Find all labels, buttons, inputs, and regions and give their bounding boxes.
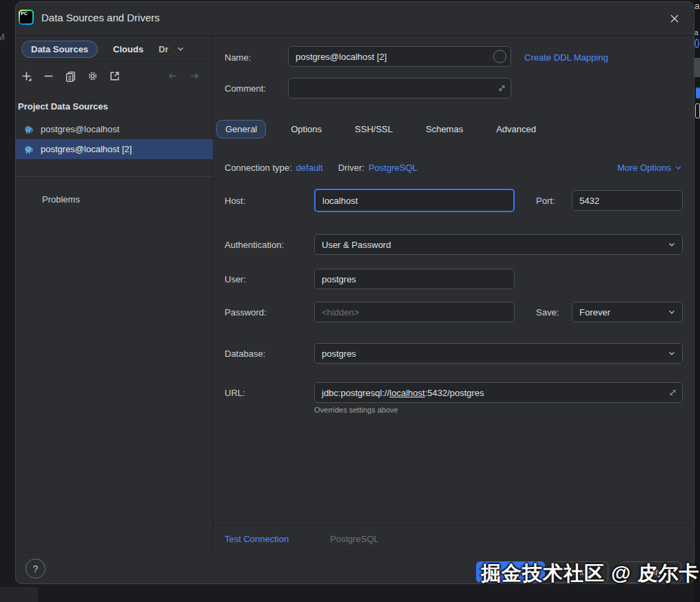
driver-value-link[interactable]: PostgreSQL [369,163,418,173]
forward-arrow-icon[interactable] [188,70,200,82]
dialog-title: Data Sources and Drivers [41,12,160,23]
password-input[interactable] [314,302,515,322]
background-bottom-block [0,587,38,602]
tab-ssh-ssl[interactable]: SSH/SSL [347,121,401,138]
url-prefix: jdbc:postgresql:// [322,388,389,398]
name-input[interactable] [288,46,511,67]
connection-form: Name: Create DDL Mapping Comment: Genera… [213,35,694,552]
pycharm-logo-icon: PC [19,10,34,25]
background-light-chip [695,103,700,118]
comment-field [288,78,511,98]
dialog-titlebar[interactable]: PC Data Sources and Drivers [16,2,694,36]
create-ddl-mapping-link[interactable]: Create DDL Mapping [524,52,608,63]
url-row: URL: jdbc:postgresql://localhost:5432/po… [213,382,694,403]
tab-advanced[interactable]: Advanced [488,121,544,138]
background-gray-band [694,58,700,77]
url-field[interactable]: jdbc:postgresql://localhost:5432/postgre… [314,382,683,403]
chevron-down-icon [667,349,677,358]
driver-label: Driver: [338,163,364,173]
database-row: Database: postgres [213,343,694,364]
add-icon[interactable] [20,70,32,82]
background-clipped-text: M [0,32,5,42]
authentication-select[interactable]: User & Password [314,234,683,255]
watermark-text: 掘金技术社区 @ 皮尔卡Q [481,560,700,588]
background-right-sliver: a a [694,0,700,602]
tab-data-sources[interactable]: Data Sources [21,41,98,58]
authentication-row: Authentication: User & Password [213,234,694,255]
url-host-link[interactable]: localhost [389,388,424,398]
open-in-new-window-icon[interactable] [108,70,121,82]
connection-type-value-link[interactable]: default [296,163,323,173]
left-tab-strip: Data Sources Clouds Dr [21,39,187,59]
name-row: Name: Create DDL Mapping [213,46,694,68]
tab-drivers-truncated[interactable]: Dr [158,44,168,54]
save-value: Forever [579,307,610,318]
chevron-down-icon [667,307,677,317]
authentication-value: User & Password [322,240,391,250]
chevron-down-icon[interactable] [174,43,187,55]
user-input[interactable] [314,269,515,289]
port-input[interactable] [572,190,683,211]
test-connection-strip: Test Connection PostgreSQL [213,525,694,552]
help-icon[interactable]: ? [25,559,45,579]
postgresql-elephant-icon [23,143,35,156]
tree-toolbar [20,66,121,85]
postgresql-elephant-icon [23,123,35,136]
connection-type-row: Connection type: default Driver: Postgre… [225,160,418,174]
tab-general[interactable]: General [216,120,266,138]
authentication-label: Authentication: [225,240,284,250]
expand-icon[interactable] [497,84,506,93]
tab-options[interactable]: Options [282,121,330,138]
name-label: Name: [225,52,251,63]
problems-item[interactable]: Problems [16,189,213,209]
url-suffix: :5432/postgres [425,388,484,398]
port-label: Port: [536,196,555,206]
connection-type-label: Connection type: [225,163,292,173]
host-label: Host: [225,196,245,206]
left-panel: Data Sources Clouds Dr [16,35,213,552]
database-select[interactable]: postgres [314,343,683,364]
user-field [314,269,515,289]
host-field [314,189,515,212]
driver-status-text: PostgreSQL [330,534,379,544]
expand-icon[interactable] [668,388,677,397]
background-blue-chip [696,87,700,98]
save-label: Save: [536,307,559,318]
test-connection-link[interactable]: Test Connection [225,534,289,544]
database-value: postgres [322,349,356,359]
password-row: Password: Save: Forever [213,302,694,322]
database-label: Database: [225,349,265,359]
host-row: Host: Port: [213,189,694,212]
comment-input[interactable] [288,78,511,98]
datasource-item-label: postgres@localhost [41,124,119,134]
tab-schemas[interactable]: Schemas [418,121,471,138]
more-options-label: More Options [617,163,671,173]
comment-row: Comment: [213,78,694,98]
user-label: User: [225,274,246,284]
port-field [572,190,683,211]
background-blue-badge [694,39,699,48]
duplicate-icon[interactable] [64,70,76,82]
datasource-item-selected[interactable]: postgres@localhost [2] [16,139,213,159]
pycharm-logo-text: PC [21,11,28,16]
chevron-down-icon [667,240,677,249]
problems-label: Problems [42,194,80,205]
password-label: Password: [225,307,267,318]
data-sources-dialog: PC Data Sources and Drivers Data Sources… [15,1,694,584]
more-options-link[interactable]: More Options [617,160,683,174]
datasource-item[interactable]: postgres@localhost [16,119,213,139]
name-field [288,46,511,67]
close-icon[interactable] [668,12,681,25]
save-select[interactable]: Forever [572,302,683,322]
datasource-item-label: postgres@localhost [2] [41,144,132,154]
tab-clouds[interactable]: Clouds [113,44,143,54]
tree-header: Project Data Sources [18,101,108,112]
gear-icon[interactable] [86,70,99,82]
remove-icon[interactable] [42,70,54,82]
back-arrow-icon[interactable] [166,70,178,82]
history-nav [166,66,200,85]
user-row: User: [213,269,694,289]
form-tab-strip: General Options SSH/SSL Schemas Advanced [216,118,544,140]
host-input[interactable] [314,189,515,212]
comment-label: Comment: [225,83,266,94]
